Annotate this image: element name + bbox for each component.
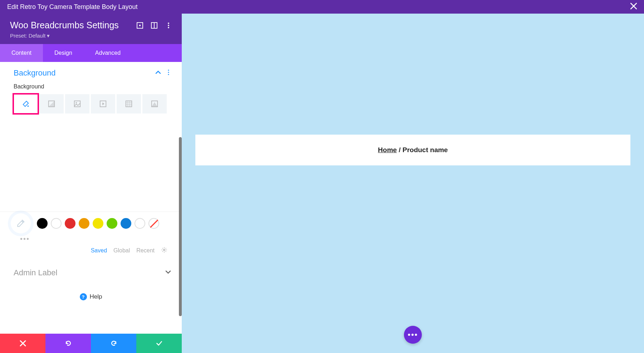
settings-panel: Woo Breadcrumbs Settings Preset: Default… xyxy=(0,14,182,353)
chevron-up-icon[interactable] xyxy=(155,69,161,77)
breadcrumb-home[interactable]: Home xyxy=(378,146,397,154)
svg-point-10 xyxy=(28,106,29,107)
section-admin-label: Admin Label xyxy=(0,262,182,282)
module-title: Woo Breadcrumbs Settings xyxy=(10,20,119,30)
panel-header: Woo Breadcrumbs Settings Preset: Default… xyxy=(0,14,182,44)
bg-tab-video[interactable] xyxy=(91,94,115,113)
preset-selector[interactable]: Preset: Default ▾ xyxy=(10,33,172,39)
breadcrumb-sep: / xyxy=(397,146,402,154)
bg-tab-mask[interactable] xyxy=(142,94,167,113)
bg-tab-image[interactable] xyxy=(65,94,89,113)
swatch-3[interactable] xyxy=(79,218,89,229)
page-settings-fab[interactable]: ••• xyxy=(404,326,422,344)
undo-button[interactable] xyxy=(45,334,91,353)
panel-footer-buttons xyxy=(0,334,182,353)
settings-tabs: Content Design Advanced xyxy=(0,44,182,62)
svg-point-13 xyxy=(75,102,77,103)
tab-design[interactable]: Design xyxy=(43,44,84,62)
palette-tabs: Saved Global Recent xyxy=(0,243,182,262)
layout-column-icon[interactable] xyxy=(151,22,157,29)
background-field-label: Background xyxy=(14,83,171,90)
panel-scrollbar[interactable] xyxy=(179,137,182,316)
palette-settings-icon[interactable] xyxy=(161,247,167,255)
more-swatches-icon[interactable]: ••• xyxy=(20,235,182,243)
window-title: Edit Retro Toy Camera Template Body Layo… xyxy=(7,3,138,11)
swatch-1[interactable] xyxy=(51,218,62,229)
chevron-down-icon[interactable] xyxy=(165,269,171,276)
svg-point-9 xyxy=(168,74,169,75)
preview-canvas[interactable]: Home / Product name ••• xyxy=(182,14,644,353)
palette-tab-global[interactable]: Global xyxy=(113,247,130,254)
eyedropper-button[interactable] xyxy=(11,213,31,233)
breadcrumb-product: Product name xyxy=(402,146,448,154)
section-title-background[interactable]: Background xyxy=(14,68,55,78)
svg-point-8 xyxy=(168,72,169,73)
tab-content[interactable]: Content xyxy=(0,44,43,62)
background-type-tabs xyxy=(14,94,171,113)
palette-tab-saved[interactable]: Saved xyxy=(91,247,107,254)
swatch-0[interactable] xyxy=(37,218,48,229)
swatch-4[interactable] xyxy=(93,218,103,229)
color-picker-area[interactable] xyxy=(14,113,171,207)
tab-advanced[interactable]: Advanced xyxy=(84,44,132,62)
help-icon: ? xyxy=(80,293,87,300)
help-label: Help xyxy=(90,293,102,300)
bg-tab-pattern[interactable] xyxy=(117,94,141,113)
swatch-2[interactable] xyxy=(65,218,75,229)
help-link[interactable]: ? Help xyxy=(0,282,182,311)
expand-icon[interactable] xyxy=(137,22,143,29)
svg-point-17 xyxy=(164,249,165,251)
cancel-button[interactable] xyxy=(0,334,45,353)
svg-point-5 xyxy=(168,25,169,26)
section-background: Background Background xyxy=(0,62,182,212)
bg-tab-color[interactable] xyxy=(14,94,38,113)
svg-point-7 xyxy=(168,69,169,71)
bg-tab-gradient[interactable] xyxy=(39,94,64,113)
svg-point-6 xyxy=(168,27,169,28)
svg-rect-15 xyxy=(126,101,132,107)
swatch-6[interactable] xyxy=(121,218,131,229)
color-swatch-row xyxy=(0,212,182,236)
panel-body: Background Background xyxy=(0,62,182,334)
save-button[interactable] xyxy=(136,334,182,353)
swatch-none[interactable] xyxy=(148,218,159,229)
svg-rect-1 xyxy=(139,25,141,26)
redo-button[interactable] xyxy=(91,334,136,353)
close-icon[interactable] xyxy=(630,2,637,11)
breadcrumb-module[interactable]: Home / Product name xyxy=(195,135,630,165)
svg-point-4 xyxy=(168,23,169,24)
swatch-7[interactable] xyxy=(135,218,145,229)
swatch-5[interactable] xyxy=(107,218,117,229)
section-more-icon[interactable] xyxy=(166,69,171,77)
window-title-bar: Edit Retro Toy Camera Template Body Layo… xyxy=(0,0,644,14)
more-vertical-icon[interactable] xyxy=(165,22,172,29)
section-title-admin-label[interactable]: Admin Label xyxy=(14,268,57,277)
palette-tab-recent[interactable]: Recent xyxy=(136,247,155,254)
